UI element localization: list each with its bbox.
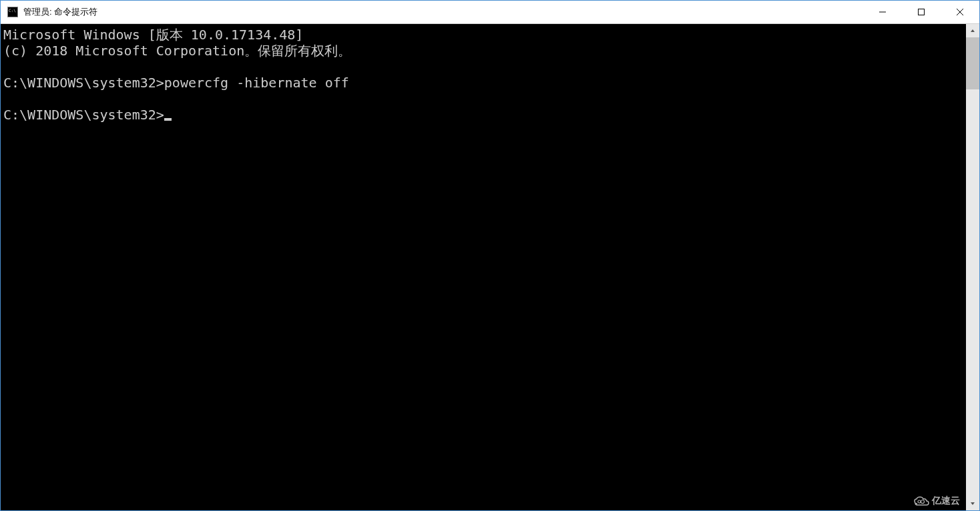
maximize-icon bbox=[917, 8, 925, 16]
cursor-icon bbox=[164, 118, 172, 121]
minimize-icon bbox=[879, 8, 887, 16]
window-title: 管理员: 命令提示符 bbox=[23, 6, 863, 18]
svg-rect-1 bbox=[919, 9, 925, 15]
terminal-prompt-line: C:\WINDOWS\system32> bbox=[3, 107, 966, 123]
minimize-button[interactable] bbox=[863, 1, 902, 23]
terminal-line bbox=[3, 91, 966, 107]
terminal-prompt: C:\WINDOWS\system32> bbox=[3, 107, 164, 123]
svg-marker-4 bbox=[971, 29, 975, 32]
close-icon bbox=[956, 8, 964, 16]
vertical-scrollbar[interactable] bbox=[966, 24, 979, 510]
app-window: 管理员: 命令提示符 Microsoft Windows [版本 10.0.17… bbox=[0, 0, 980, 511]
scroll-track[interactable] bbox=[966, 37, 979, 497]
scroll-up-button[interactable] bbox=[966, 24, 979, 37]
maximize-button[interactable] bbox=[902, 1, 941, 23]
scroll-thumb[interactable] bbox=[966, 37, 979, 89]
chevron-up-icon bbox=[970, 28, 975, 33]
terminal-line: (c) 2018 Microsoft Corporation。保留所有权利。 bbox=[3, 43, 966, 59]
titlebar[interactable]: 管理员: 命令提示符 bbox=[1, 1, 979, 24]
terminal-content[interactable]: Microsoft Windows [版本 10.0.17134.48](c) … bbox=[1, 24, 966, 510]
svg-marker-5 bbox=[971, 502, 975, 505]
terminal-line: C:\WINDOWS\system32>powercfg -hibernate … bbox=[3, 75, 966, 91]
terminal-area: Microsoft Windows [版本 10.0.17134.48](c) … bbox=[1, 24, 979, 510]
close-button[interactable] bbox=[941, 1, 979, 23]
scroll-down-button[interactable] bbox=[966, 497, 979, 510]
chevron-down-icon bbox=[970, 501, 975, 506]
terminal-line: Microsoft Windows [版本 10.0.17134.48] bbox=[3, 27, 966, 43]
window-controls bbox=[863, 1, 979, 23]
terminal-line bbox=[3, 59, 966, 75]
cmd-icon bbox=[7, 7, 18, 17]
